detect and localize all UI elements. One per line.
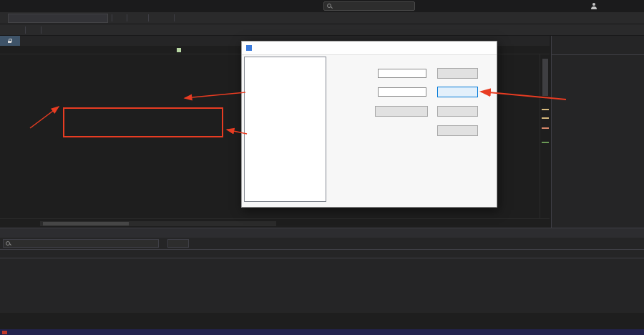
editor-vertical-scrollbar[interactable] — [540, 54, 550, 218]
horizontal-scrollbar[interactable] — [40, 221, 276, 226]
treeview[interactable] — [244, 57, 326, 202]
annotation-rectangle — [63, 107, 223, 137]
scrollbar-thumb[interactable] — [542, 59, 548, 96]
search-depth-select[interactable] — [167, 239, 189, 248]
editor-status-bar — [0, 218, 550, 228]
project-selector[interactable] — [4, 46, 6, 54]
tab-form1-design[interactable] — [20, 36, 30, 46]
app-maximize-button[interactable] — [464, 42, 480, 54]
add-class-button[interactable] — [437, 87, 478, 97]
search-icon — [6, 241, 11, 246]
treeviewtest-window — [241, 41, 497, 208]
tab-form1-cs[interactable] — [0, 36, 20, 46]
app-minimize-button[interactable] — [447, 42, 464, 54]
properties-panel — [551, 36, 644, 228]
clear-all-button[interactable] — [437, 125, 478, 136]
search-icon — [327, 4, 332, 9]
title-bar — [0, 0, 644, 12]
delete-node-button[interactable] — [437, 106, 478, 117]
autos-body[interactable] — [0, 258, 644, 313]
type-selector[interactable] — [177, 46, 185, 54]
bottom-tab-strip — [0, 321, 644, 329]
college-input[interactable] — [378, 69, 426, 78]
user-avatar-icon[interactable] — [590, 3, 597, 9]
lock-icon — [8, 39, 12, 44]
process-dropdown[interactable] — [8, 14, 108, 23]
autos-panel — [0, 228, 644, 313]
class-icon — [177, 48, 181, 52]
app-close-button[interactable] — [480, 42, 497, 54]
class-input[interactable] — [378, 87, 426, 97]
autos-tab-strip — [0, 313, 644, 321]
debug-toolbar — [0, 12, 644, 24]
quick-search-box[interactable] — [323, 1, 415, 11]
visual-studio-window — [0, 0, 644, 335]
status-bar — [0, 329, 644, 335]
autos-columns — [0, 249, 644, 258]
app-window-titlebar[interactable] — [242, 42, 497, 55]
standard-toolbar — [0, 24, 644, 36]
app-icon — [246, 45, 252, 51]
clear-input-button[interactable] — [375, 106, 428, 117]
add-college-button[interactable] — [437, 68, 478, 79]
autos-search-input[interactable] — [3, 239, 159, 248]
background-task-icon[interactable] — [2, 331, 7, 334]
